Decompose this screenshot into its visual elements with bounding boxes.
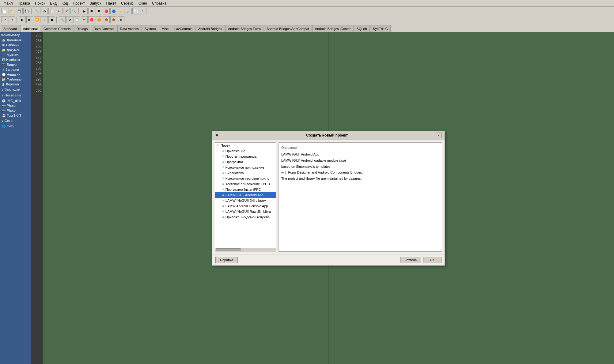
dialog-close-button[interactable]: × xyxy=(436,133,442,138)
tree-item-5[interactable]: ≡Консольное тестовое прило xyxy=(215,176,276,181)
tree-item-7[interactable]: ≡Программа InstantFPC xyxy=(215,187,276,192)
tb-btn-16[interactable]: ⚡ xyxy=(118,8,124,14)
tb2-btn-1[interactable]: ↩ xyxy=(1,16,8,23)
tree-root[interactable]: ▼Проект xyxy=(215,143,276,148)
menu-edit[interactable]: Правка xyxy=(15,1,33,6)
tb-btn-9[interactable]: 📌 xyxy=(63,8,70,14)
tb-btn-18[interactable]: 📊 xyxy=(132,8,139,14)
tb2-btn-11[interactable]: ✏ xyxy=(81,16,88,23)
tb2-btn-14[interactable]: 📤 xyxy=(103,16,110,23)
tb2-btn-9[interactable]: ⚙ xyxy=(66,16,73,23)
tree-item-10[interactable]: ≡LAMW Android Console App xyxy=(215,203,276,209)
tree-item-4[interactable]: ≡Библиотека xyxy=(215,170,276,176)
tab-android-bridges-jcenter[interactable]: Android Bridges jCenter xyxy=(312,25,354,32)
help-button[interactable]: Справка xyxy=(215,257,238,263)
tb-btn-8[interactable]: ✂ xyxy=(56,8,63,14)
tb-save[interactable]: 💾 xyxy=(16,8,23,14)
tb2-btn-15[interactable]: 📥 xyxy=(110,16,117,23)
tb2-btn-10[interactable]: 📋 xyxy=(74,16,80,23)
main-area: Компьютер 🏠Домашня🖥Рабочий📁Докумен🎵Музык… xyxy=(0,32,614,364)
tab-android-bridges[interactable]: Android Bridges xyxy=(195,25,225,32)
sidebar-item-том-1,0-т[interactable]: 💾Том 1,0 Т xyxy=(0,113,31,118)
menu-window[interactable]: Окно xyxy=(136,1,150,6)
sidebar-item-файловая[interactable]: 📂Файловая xyxy=(0,77,31,82)
tree-item-11[interactable]: ≡LAMW [NoGUI] Raw JNI Libra xyxy=(215,209,276,214)
tab-standard[interactable]: Standard xyxy=(1,25,20,32)
menu-view[interactable]: Вид xyxy=(47,1,59,6)
sidebar-item-недавни[interactable]: 🕐Недавни xyxy=(0,72,31,77)
menu-project[interactable]: Проект xyxy=(70,1,87,6)
tb-new[interactable]: 📄 xyxy=(1,8,8,14)
tb-open[interactable]: 📂 xyxy=(9,8,15,14)
menu-code[interactable]: Код xyxy=(59,1,70,6)
tree-item-2[interactable]: ≡Программа xyxy=(215,159,276,165)
menu-file[interactable]: Файл xyxy=(1,1,15,6)
sidebar-item-докумен[interactable]: 📁Докумен xyxy=(0,47,31,52)
menu-search[interactable]: Поиск xyxy=(32,1,47,6)
tree-item-12[interactable]: ≡Приложение-демон (служба xyxy=(215,214,276,220)
sidebar-item-домашня[interactable]: 🏠Домашня xyxy=(0,38,31,43)
tb2-btn-4[interactable]: ⏭ xyxy=(26,16,33,23)
tb-btn-6[interactable]: ⚙ xyxy=(41,8,48,14)
tb-btn-5[interactable]: 🔧 xyxy=(34,8,40,14)
tab-android-bridges-appcompat[interactable]: Android Bridges AppCompat xyxy=(264,25,312,32)
tb-btn-15[interactable]: 🔵 xyxy=(110,8,117,14)
sidebar-item-photo[interactable]: 📷Photo xyxy=(0,108,31,113)
tab-synedit[interactable]: SynEdit C xyxy=(370,25,391,32)
tb2-btn-6[interactable]: ⏸ xyxy=(41,16,48,23)
tb2-btn-12[interactable]: 🔴 xyxy=(88,16,95,23)
sidebar-item-рабочий[interactable]: 🖥Рабочий xyxy=(0,43,31,47)
tab-android-bridges-extra[interactable]: Android Bridges Extra xyxy=(225,25,263,32)
tab-common-controls[interactable]: Common Controls xyxy=(41,25,74,32)
tab-data-controls[interactable]: Data Controls xyxy=(91,25,117,32)
menu-run[interactable]: Запуск xyxy=(87,1,104,6)
tree-scrollbar[interactable] xyxy=(215,248,276,252)
tree-item-3[interactable]: ≡Консольное приложение xyxy=(215,165,276,170)
tb2-btn-16[interactable]: 🗑 xyxy=(118,16,124,23)
tree-item-8[interactable]: ≡LAMW [GUI] Android App xyxy=(215,192,276,198)
tab-lazcontrols[interactable]: LazControls xyxy=(172,25,195,32)
menu-package[interactable]: Пакет xyxy=(104,1,119,6)
tb-btn-7[interactable]: 📋 xyxy=(48,8,55,14)
tb-btn-13[interactable]: ⏸ xyxy=(96,8,102,14)
tb-btn-14[interactable]: 🔴 xyxy=(103,8,110,14)
tab-misc[interactable]: Misc xyxy=(159,25,171,32)
tree-item-0[interactable]: ≡Приложение xyxy=(215,148,276,154)
tb2-btn-5[interactable]: ⏩ xyxy=(34,16,40,23)
sidebar-item-корзина[interactable]: 🗑Корзина xyxy=(0,82,31,87)
tb-btn-19[interactable]: 🗂 xyxy=(140,8,146,14)
dialog-menu-icon[interactable]: ≡ xyxy=(215,133,218,138)
sidebar-item-музыка[interactable]: 🎵Музыка xyxy=(0,52,31,57)
sidebar-item-icon: 💾 xyxy=(2,114,6,117)
tab-sqldb[interactable]: SQLdb xyxy=(354,25,370,32)
sidebar-item-загрузки[interactable]: ⬇Загрузки xyxy=(0,67,31,72)
tree-item-1[interactable]: ≡Простая программа xyxy=(215,154,276,159)
tb-btn-11[interactable]: ▶ xyxy=(81,8,88,14)
tb-save-all[interactable]: 💾 xyxy=(23,8,30,14)
tab-dialogs[interactable]: Dialogs xyxy=(74,25,91,32)
sidebar-section-закладки: ∨ Закладки xyxy=(0,87,31,92)
tab-system[interactable]: System xyxy=(142,25,159,32)
tb-btn-10[interactable]: 🔍 xyxy=(70,8,77,14)
tb2-btn-13[interactable]: 🟠 xyxy=(96,16,102,23)
menu-tools[interactable]: Сервис xyxy=(119,1,136,6)
tb2-btn-2[interactable]: ↪ xyxy=(9,16,15,23)
tree-scrollbar-thumb[interactable] xyxy=(216,248,241,251)
tb2-btn-3[interactable]: ▶ xyxy=(19,16,26,23)
tree-item-9[interactable]: ≡LAMW [NoGUI] JNI Library xyxy=(215,198,276,203)
sidebar-item-photo[interactable]: 📷Photo xyxy=(0,103,31,108)
tab-data-access[interactable]: Data Access xyxy=(117,25,142,32)
sidebar-item-видео[interactable]: 🎬Видео xyxy=(0,62,31,67)
sidebar-item-img_disk[interactable]: 💿IMG_disk xyxy=(0,98,31,103)
sidebar-item-сеть[interactable]: 🌐Сеть xyxy=(0,124,31,129)
sidebar-item-изображ[interactable]: 🖼Изображ xyxy=(0,57,31,62)
tb2-btn-7[interactable]: ⏹ xyxy=(48,16,55,23)
tab-additional[interactable]: Additional xyxy=(20,25,40,32)
tree-item-6[interactable]: ≡Тестовое приложение FPCU xyxy=(215,181,276,187)
menu-help[interactable]: Справка xyxy=(150,1,169,6)
ok-button[interactable]: OK xyxy=(423,257,442,263)
tb-btn-12[interactable]: ⏹ xyxy=(88,8,95,14)
cancel-button[interactable]: Отмена xyxy=(400,257,421,263)
tb-btn-17[interactable]: 🔎 xyxy=(125,8,132,14)
tb2-btn-8[interactable]: 🔨 xyxy=(59,16,66,23)
